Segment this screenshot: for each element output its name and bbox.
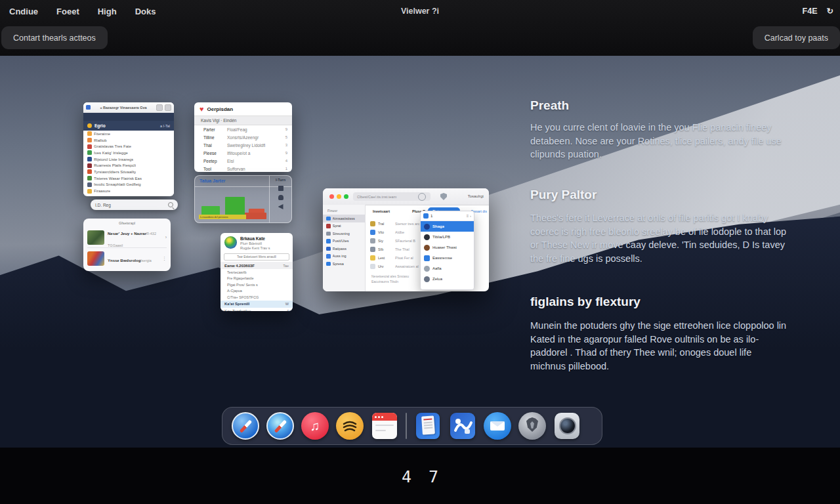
file-row[interactable]: ViloAldbe	[370, 228, 426, 236]
chart-widget[interactable]: Tatua Jarter I-Turn Lcsaardoss dcl pesso…	[194, 175, 292, 223]
window-button-1[interactable]	[156, 104, 163, 111]
camera-icon[interactable]	[553, 412, 581, 440]
audio-app-icon[interactable]	[336, 412, 364, 440]
info-item[interactable]: C/Tra+ SFOSTFCG	[220, 294, 293, 301]
info-footer-row[interactable]: Ka'at Sprenill W	[220, 301, 293, 308]
chevron-right-icon[interactable]: ›	[165, 235, 167, 240]
highlight-row[interactable]: Eanw 4.203603F Tae	[220, 262, 293, 269]
shield-icon[interactable]	[440, 193, 447, 200]
info-item[interactable]: A-Cjapua	[220, 288, 293, 295]
menu-item[interactable]: Aafla	[421, 263, 474, 274]
file-row[interactable]: SIbThe Thal	[370, 245, 426, 253]
sidebar-item[interactable]: Streusning	[323, 230, 365, 238]
menu-item[interactable]: Zelua	[421, 274, 474, 284]
photo-row[interactable]: Nesar' Jeuy + NazrarR-432 TGGaasil ›	[83, 227, 171, 247]
list-item[interactable]: Gratislavas Tres Fate	[83, 143, 174, 150]
minimize-button[interactable]	[337, 194, 341, 199]
sidebar-item[interactable]: Aimsasiistisss	[323, 215, 365, 222]
sidebar-item[interactable]: Pusit/Utes	[323, 238, 365, 245]
file-row[interactable]: TralStersor tres arc	[370, 219, 426, 228]
person-icon[interactable]	[278, 195, 284, 200]
close-button[interactable]	[329, 194, 334, 199]
safari-alt-icon[interactable]	[266, 412, 294, 440]
file-row[interactable]: StySFaurteral B	[370, 236, 426, 245]
menu-item-4[interactable]: Doks	[135, 7, 156, 16]
menu-item[interactable]: Shaga	[421, 221, 474, 232]
refresh-icon[interactable]	[418, 193, 426, 201]
context-menu-header[interactable]: 1 ≡ ›	[421, 211, 474, 221]
file-row[interactable]: LestPlsat Fer al	[370, 253, 426, 262]
selected-item-row[interactable]: Egrio a I-Tal	[83, 121, 174, 131]
info-item[interactable]: Fre Rgaqerlastle	[220, 276, 293, 282]
contacts-book-icon[interactable]	[414, 412, 442, 440]
info-panel-window[interactable]: Brkaua Kate Plurr Bdetroill Rugde Kent T…	[220, 233, 293, 311]
sidebar-item[interactable]: Sprat	[323, 222, 365, 230]
row-count: 9	[285, 127, 287, 131]
column-header-1[interactable]: Ineetsaart	[373, 209, 390, 213]
context-actions-button[interactable]: Contart thearls actteos	[1, 26, 108, 49]
launcher-window[interactable]: « Bazazegr Vinaesaera Gva Egrio a I-Tal …	[83, 102, 174, 196]
app-icon	[423, 213, 429, 219]
window-button-2[interactable]	[165, 104, 171, 111]
table-row[interactable]: ThalSwetreglirey Lidoldfl3	[194, 141, 292, 149]
crest-badge-icon[interactable]	[518, 412, 546, 440]
list-item[interactable]: Firaasure	[83, 188, 174, 194]
mail-icon[interactable]	[484, 412, 511, 440]
menu-item[interactable]: Eassremse	[421, 253, 474, 263]
table-row[interactable]: ParterFloal/Feag9	[194, 125, 292, 133]
maps-icon[interactable]	[449, 412, 476, 440]
sidebar-item[interactable]: Auss ing	[323, 253, 365, 261]
info-item[interactable]: Tesrtecasrlb	[220, 269, 293, 276]
file-row[interactable]: UrvAwsatraicen al	[370, 262, 426, 270]
refresh-icon[interactable]: ↻	[827, 6, 833, 16]
list-item[interactable]: Rlalliob	[83, 137, 174, 144]
list-item[interactable]: Ives Katig' Irislegge	[83, 150, 174, 156]
app-menu: Cndiue Foeet High Doks	[9, 7, 156, 16]
list-item[interactable]: Tyrsiasrcldters Stivaailty	[83, 169, 174, 175]
search-pill[interactable]: I.D. Reg	[91, 200, 178, 210]
photos-window[interactable]: Gfsetsrapl Nesar' Jeuy + NazrarR-432 TGG…	[83, 219, 171, 271]
finder-window[interactable]: Clbest/Cae/.tts.tnst.team Tosaulrgt Finu…	[323, 188, 489, 291]
row-label: Parter	[203, 127, 227, 132]
menu-item-1[interactable]: Cndiue	[9, 7, 38, 16]
photo-line2: Isergia	[140, 259, 152, 262]
menu-item-3[interactable]: High	[98, 7, 117, 16]
sidebar-item[interactable]: Spresa	[323, 260, 365, 268]
photo-thumbnail[interactable]	[87, 251, 104, 266]
maximize-button[interactable]	[344, 194, 348, 199]
calendar-icon[interactable]	[371, 412, 398, 440]
launcher-titlebar[interactable]: « Bazazegr Vinaesaera Gva	[83, 102, 174, 113]
table-row[interactable]: PeetepEisl4	[194, 157, 292, 165]
page-number-right: 7	[429, 467, 438, 486]
photo-row[interactable]: Ynsse BwdsrologIsergia ⋮	[83, 248, 171, 268]
list-item[interactable]: Fiteraime	[83, 131, 174, 137]
more-icon[interactable]: ⋮	[162, 256, 167, 261]
footer-value: 4	[287, 309, 289, 311]
sidebar-item[interactable]: Ratipass	[323, 245, 365, 253]
info-footer-row[interactable]: Kay Tesrfecilee 4	[220, 308, 293, 312]
table-row[interactable]: TillineXonsrts/Azeengr5	[194, 133, 292, 141]
secondary-actions-button[interactable]: Carlcad toy paats	[753, 26, 840, 49]
list-item[interactable]: Ruarrests Plails Fiespcli	[83, 162, 174, 169]
list-item-label: Isvolic Snsaphlatli Gedfleig	[94, 182, 141, 186]
table-row[interactable]: PleeseIflitoupe/ot a9	[194, 149, 292, 157]
search-input[interactable]: I.D. Reg	[95, 203, 165, 207]
document-icon[interactable]	[278, 186, 284, 191]
info-item[interactable]: Plgat Pros/ Sents s	[220, 282, 293, 288]
file-icon	[87, 182, 92, 187]
menu-item-2[interactable]: Foeet	[56, 7, 79, 16]
toolbar-user-label: Tosaulrgt	[468, 194, 484, 198]
photo-thumbnail[interactable]	[87, 230, 104, 245]
safari-icon[interactable]	[232, 412, 259, 440]
list-item[interactable]: Isvolic Snsaphlatli Gedfleig	[83, 182, 174, 188]
menu-item[interactable]: Tiblia/LPB	[421, 232, 474, 242]
music-icon[interactable]: ♫	[301, 412, 329, 440]
list-item[interactable]: Rijstorcl Liste Insaregs	[83, 156, 174, 163]
menu-item[interactable]: Huaser Thwst	[421, 242, 474, 253]
sidebar-item-label: Pusit/Utes	[333, 239, 349, 243]
row-count: 3	[285, 143, 287, 147]
table-row[interactable]: ToolSufforvan1	[194, 165, 292, 172]
back-arrow-icon[interactable]	[278, 204, 284, 209]
stats-window[interactable]: ♥ Oerpisdan Kavis Vigl · Eindén ParterFl…	[194, 102, 292, 172]
list-item[interactable]: Tisteres Wasar Flatrisk Eas	[83, 175, 174, 182]
